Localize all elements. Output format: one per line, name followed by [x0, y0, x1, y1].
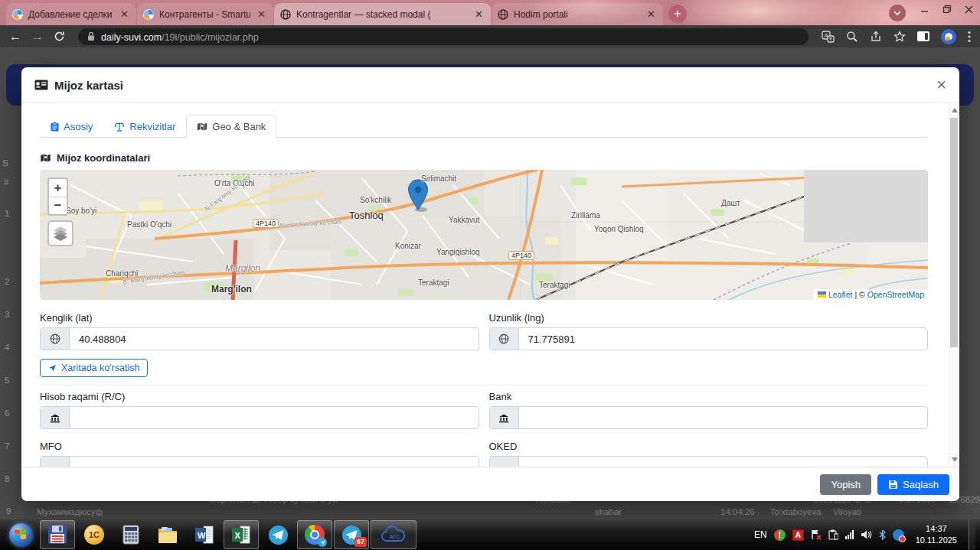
show-desktop-button[interactable] — [969, 519, 975, 550]
taskbar-calculator-app[interactable] — [113, 520, 149, 549]
bg-rail-cell: 7 — [5, 441, 9, 451]
taskbar-floppy-app[interactable] — [40, 520, 75, 549]
action-center-flag-icon[interactable] — [811, 529, 822, 540]
back-button[interactable]: ← — [9, 31, 21, 43]
close-window-button[interactable] — [958, 0, 980, 18]
volume-icon[interactable] — [861, 529, 872, 540]
modal-title: Mijoz kartasi — [54, 79, 123, 92]
taskbar-explorer-app[interactable] — [150, 520, 185, 549]
restore-button[interactable] — [936, 0, 958, 18]
clipboard-tray-icon[interactable] — [828, 529, 838, 540]
zoom-search-icon[interactable] — [846, 31, 858, 43]
language-indicator[interactable]: EN — [754, 529, 767, 540]
modal-body: Asosiy Rekvizitlar Geo & Bank Mijoz koor… — [21, 103, 959, 467]
modal-close-icon[interactable]: × — [936, 76, 946, 93]
map-label: Sirlimachit — [421, 174, 456, 183]
id-card-icon — [34, 80, 48, 90]
globe-favicon — [498, 9, 508, 20]
bank-icon — [41, 457, 70, 467]
tab-rekvizitlar[interactable]: Rekvizitlar — [103, 115, 186, 138]
scroll-down-arrow[interactable] — [952, 457, 958, 462]
modal-footer: Yopish Saqlash — [21, 467, 959, 501]
tab-close-icon[interactable]: ✕ — [256, 9, 267, 19]
menu-dots-icon[interactable] — [968, 31, 971, 43]
map-layers-button[interactable] — [47, 220, 74, 246]
oked-group — [489, 456, 929, 467]
zoom-in-button[interactable]: + — [49, 179, 67, 197]
account-label: Hisob raqami (R/C) — [40, 391, 479, 402]
map-label: Soy bo'yi — [66, 207, 96, 215]
tab-search-chevron-icon[interactable] — [889, 5, 906, 21]
oked-input[interactable] — [519, 457, 928, 467]
tab-label: Geo & Bank — [212, 121, 266, 132]
browser-tab-3-active[interactable]: Kontragentlar — stacked modal ( ✕ — [274, 3, 491, 25]
taskbar-excel-app[interactable]: X — [224, 520, 259, 549]
bank-input[interactable] — [519, 407, 928, 428]
bookmark-star-icon[interactable] — [893, 31, 906, 43]
cloud-icon: ATC — [381, 526, 407, 544]
taskbar-telegram-badged-app[interactable]: 67 — [334, 520, 369, 549]
tray-time: 14:37 — [926, 524, 947, 533]
map-label: Yangiqishloq — [436, 248, 480, 256]
save-button[interactable]: Saqlash — [877, 474, 949, 495]
tray-clock[interactable]: 14:37 10.11.2025 — [911, 523, 962, 546]
browser-tab-strip: Добавление сделки - Smartup ✕ Контрагент… — [0, 0, 980, 25]
side-panel-icon[interactable] — [917, 31, 929, 41]
taskbar-word-app[interactable]: W — [187, 520, 222, 549]
bg-table-cell: Мухаммадюсуф — [37, 507, 103, 516]
map-label: Zirillama — [571, 211, 600, 220]
bluetooth-icon[interactable] — [879, 529, 886, 540]
taskbar-chrome-app[interactable] — [297, 520, 332, 549]
account-input[interactable] — [70, 407, 479, 428]
taskbar-atc-cloud-app[interactable]: ATC — [371, 520, 416, 549]
translate-icon[interactable]: A — [822, 31, 835, 43]
bank-icon — [490, 457, 519, 467]
antivirus-tray-icon[interactable]: ! — [774, 529, 786, 541]
mfo-input[interactable] — [70, 457, 479, 467]
zoom-out-button[interactable]: − — [49, 197, 67, 214]
map-location-icon — [40, 153, 51, 163]
tab-geo-bank[interactable]: Geo & Bank — [186, 115, 276, 138]
close-button[interactable]: Yopish — [820, 474, 871, 495]
minimize-button[interactable] — [913, 0, 936, 18]
lng-input[interactable] — [519, 328, 928, 350]
start-button[interactable] — [3, 520, 38, 549]
bank-icon — [490, 407, 519, 428]
url-path: /19l/public/mijozlar.php — [162, 32, 258, 43]
forward-button[interactable]: → — [31, 31, 44, 43]
browser-tab-4[interactable]: Hodim portali ✕ — [492, 3, 663, 25]
tab-label: Asosiy — [64, 121, 93, 132]
app-tray-icon[interactable] — [893, 529, 904, 541]
tab-close-icon[interactable]: ✕ — [473, 9, 485, 19]
osm-link[interactable]: OpenStreetMap — [867, 290, 924, 299]
browser-toolbar: ← → daily-suvi.com/19l/public/mijozlar.p… — [0, 25, 980, 47]
tab-close-icon[interactable]: ✕ — [645, 9, 657, 19]
tab-close-icon[interactable]: ✕ — [119, 9, 130, 19]
browser-tab-1[interactable]: Добавление сделки - Smartup ✕ — [6, 3, 136, 25]
lng-group — [489, 327, 929, 350]
lock-icon — [87, 31, 95, 41]
scrollbar-thumb[interactable] — [950, 118, 958, 347]
taskbar-1c-app[interactable]: 1С — [77, 520, 112, 549]
windows-orb-icon — [9, 523, 33, 547]
mfo-group — [40, 456, 479, 467]
url-bar[interactable]: daily-suvi.com/19l/public/mijozlar.php — [78, 28, 808, 45]
lat-input[interactable] — [70, 328, 479, 350]
modal-scrollbar[interactable] — [949, 104, 959, 466]
clipboard-icon — [51, 122, 59, 132]
share-icon[interactable] — [870, 31, 882, 43]
taskbar-telegram-app[interactable] — [260, 520, 296, 549]
leaflet-link[interactable]: Leaflet — [828, 290, 853, 299]
reload-button[interactable] — [54, 31, 65, 42]
network-signal-icon[interactable] — [845, 530, 854, 539]
scroll-up-arrow[interactable] — [952, 108, 958, 112]
new-tab-button[interactable]: + — [668, 5, 687, 23]
acrobat-tray-icon[interactable]: A — [792, 529, 804, 541]
tab-asosiy[interactable]: Asosiy — [40, 115, 103, 138]
map-label: Toshloq — [349, 210, 384, 221]
leaflet-map[interactable]: O'rta O'qchi Sirlimachit So'kchilik Tosh… — [40, 170, 928, 300]
browser-tab-2[interactable]: Контрагенты - Smartup ✕ — [137, 3, 273, 25]
bg-rail-cell: S — [2, 158, 8, 168]
profile-avatar[interactable] — [941, 29, 956, 44]
show-on-map-button[interactable]: Xaritada ko'rsatish — [40, 359, 148, 377]
